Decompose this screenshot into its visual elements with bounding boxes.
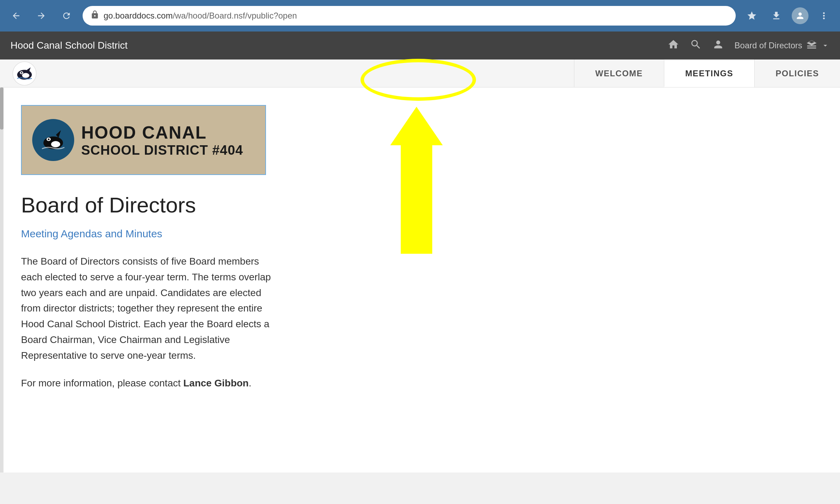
banner-logo	[32, 119, 74, 161]
board-description: The Board of Directors consists of five …	[21, 254, 280, 364]
nav-tabs: WELCOME MEETINGS POLICIES	[574, 59, 840, 87]
app-title: Hood Canal School District	[10, 40, 128, 51]
svg-point-4	[21, 72, 22, 73]
svg-point-2	[22, 73, 29, 78]
address-bar[interactable]: go.boarddocs.com/wa/hood/Board.nsf/vpubl…	[83, 6, 736, 26]
logo-area	[7, 58, 42, 89]
tab-policies[interactable]: POLICIES	[754, 59, 840, 87]
browser-chrome: go.boarddocs.com/wa/hood/Board.nsf/vpubl…	[0, 0, 840, 31]
download-button[interactable]	[767, 7, 785, 25]
search-icon[interactable]	[690, 38, 702, 53]
user-icon[interactable]	[712, 38, 724, 53]
banner-text: HOOD CANAL SCHOOL DISTRICT #404	[81, 122, 243, 158]
nav-bar: WELCOME MEETINGS POLICIES	[0, 59, 840, 88]
tab-welcome[interactable]: WELCOME	[574, 59, 664, 87]
svg-point-10	[48, 139, 50, 140]
school-logo	[12, 61, 37, 86]
bookmark-button[interactable]	[743, 7, 761, 25]
tab-meetings[interactable]: MEETINGS	[664, 59, 754, 87]
contact-name[interactable]: Lance Gibbon	[183, 378, 249, 388]
url-display: go.boarddocs.com/wa/hood/Board.nsf/vpubl…	[104, 11, 728, 21]
app-header: Hood Canal School District Board of Dire…	[0, 31, 840, 59]
browser-toolbar: go.boarddocs.com/wa/hood/Board.nsf/vpubl…	[0, 0, 840, 31]
home-icon[interactable]	[667, 38, 679, 53]
school-banner: HOOD CANAL SCHOOL DISTRICT #404	[21, 105, 266, 175]
main-content: HOOD CANAL SCHOOL DISTRICT #404 Board of…	[0, 88, 840, 472]
page-title: Board of Directors	[21, 192, 819, 217]
institution-label: Board of Directors	[735, 40, 830, 51]
left-scrollbar[interactable]	[0, 88, 4, 472]
header-right: Board of Directors	[667, 38, 830, 53]
security-icon	[90, 10, 99, 21]
reload-button[interactable]	[57, 7, 76, 25]
browser-actions	[743, 7, 833, 25]
user-avatar[interactable]	[792, 7, 808, 24]
menu-button[interactable]	[815, 7, 833, 25]
meeting-agendas-link[interactable]: Meeting Agendas and Minutes	[21, 228, 819, 240]
scrollbar-thumb[interactable]	[0, 88, 4, 130]
contact-line: For more information, please contact Lan…	[21, 378, 280, 389]
back-button[interactable]	[7, 7, 25, 25]
forward-button[interactable]	[32, 7, 50, 25]
svg-point-8	[51, 141, 60, 147]
